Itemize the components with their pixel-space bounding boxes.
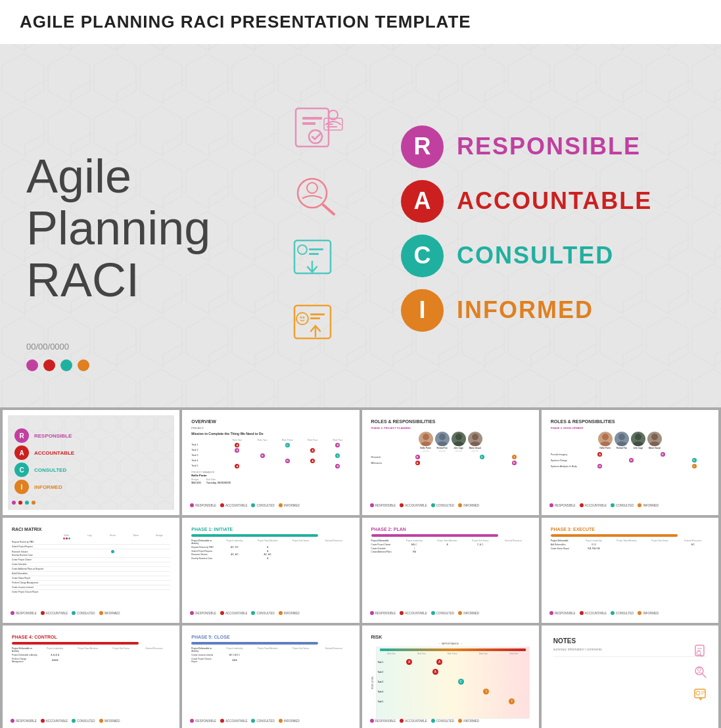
- thumbnail-matrix[interactable]: RACI MATRIX Nellie Luigi Renee Elaine Ge…: [3, 518, 179, 623]
- raci-row-a: A ACCOUNTABLE: [401, 180, 701, 223]
- overview-footer: RESPONSIBLE ACCOUNTABLE CONSULTED INFORM…: [190, 503, 351, 507]
- matrix-footer: RESPONSIBLE ACCOUNTABLE CONSULTED INFORM…: [11, 611, 172, 615]
- svg-point-30: [421, 442, 431, 446]
- raci-row-i: I INFORMED: [401, 289, 701, 332]
- roles2-avatars: Nellie Porter Richard Fan John Cage: [551, 432, 709, 449]
- svg-point-32: [437, 442, 448, 446]
- notes-icon-card: [693, 686, 708, 703]
- dot-accountable: [43, 359, 55, 371]
- thumbnail-roles-2[interactable]: ROLES & RESPONSIBILITIES PHASE 2: DEVELO…: [542, 410, 718, 515]
- svg-point-41: [635, 434, 641, 440]
- overview-pm-name: Nellie Porter: [191, 474, 350, 477]
- thumbnail-roles-1[interactable]: ROLES & RESPONSIBILITIES PHASE 2: PROJEC…: [362, 410, 539, 515]
- notes-divider: [553, 656, 707, 657]
- avatar-2: [435, 432, 450, 446]
- thumb-circle-r: R: [14, 428, 29, 443]
- svg-point-42: [633, 442, 643, 446]
- main-content-area: AgilePlanningRACI: [0, 49, 721, 407]
- phase4-rows: Project Deliverable or Activity A, A, A,…: [12, 654, 170, 663]
- thumb-circle-i: I: [14, 480, 29, 494]
- svg-point-16: [298, 245, 307, 254]
- notes-icons: [693, 644, 708, 703]
- phase3-bar: [551, 534, 678, 537]
- phase3-rows: Add Deliverables I/I, I/I A/C Create Sta…: [551, 543, 709, 550]
- document-icon-pink: [286, 105, 345, 160]
- left-section: AgilePlanningRACI: [0, 131, 250, 327]
- svg-rect-25: [310, 317, 320, 319]
- risk-footer: RESPONSIBLE ACCOUNTABLE CONSULTED INFORM…: [370, 719, 531, 723]
- dot-consulted: [60, 359, 72, 371]
- slide-date: 00/00/0000: [26, 342, 69, 352]
- thumb-circle-a: A: [14, 445, 29, 460]
- raci-circle-c: C: [401, 235, 444, 277]
- raci-row-r: R RESPONSIBLE: [401, 125, 701, 168]
- dot-informed: [78, 359, 89, 371]
- roles1-title: ROLES & RESPONSIBILITIES: [371, 419, 530, 424]
- svg-point-43: [651, 434, 658, 440]
- phase3-title: PHASE 3: EXECUTE: [551, 527, 709, 532]
- svg-point-35: [472, 434, 478, 440]
- phase2-title: PHASE 2: PLAN: [371, 527, 530, 532]
- svg-point-40: [616, 442, 627, 446]
- phase2-rows: Create Project Charter A/A, C A C, A, C …: [371, 543, 530, 553]
- svg-rect-6: [302, 122, 315, 125]
- svg-point-21: [296, 313, 308, 325]
- avatar-r2-1: [598, 432, 613, 446]
- overview-end-value: Tuesday, 00/00/0000: [206, 481, 231, 484]
- main-slide: AGILE PLANNING RACI PRESENTATION TEMPLAT…: [0, 0, 721, 407]
- raci-label-consulted: CONSULTED: [457, 242, 614, 269]
- svg-rect-17: [309, 248, 323, 250]
- card-upload-icon: [288, 300, 344, 352]
- thumb-raci-item-a: A ACCOUNTABLE: [14, 445, 168, 460]
- risk-level-label: RISK LEVEL: [371, 676, 374, 689]
- card-download-icon: [288, 235, 344, 287]
- svg-rect-20: [294, 306, 331, 338]
- thumbnail-slide-1[interactable]: R RESPONSIBLE A ACCOUNTABLE C CONSULTED …: [3, 410, 179, 515]
- svg-point-22: [300, 316, 302, 318]
- overview-project-name: Mission to Complete the Thing We Need to…: [191, 432, 350, 436]
- avatar-r2-3: [631, 432, 645, 446]
- raci-label-accountable: ACCOUNTABLE: [457, 187, 652, 215]
- thumbnail-overview[interactable]: OVERVIEW PROJECT Mission to Complete the…: [182, 410, 359, 515]
- thumbnail-phase5[interactable]: PHASE 5: CLOSE Project Deliverable or Ac…: [182, 626, 359, 728]
- overview-project-label: PROJECT: [191, 426, 350, 430]
- notes-icon-search: [693, 665, 708, 682]
- phase4-footer: RESPONSIBLE ACCOUNTABLE CONSULTED INFORM…: [11, 719, 172, 723]
- thumbnail-risk[interactable]: RISK ← IMPORTANCE → RISK LEVEL Role One …: [362, 626, 539, 728]
- raci-label-informed: INFORMED: [457, 296, 593, 324]
- thumb-raci-item-r: R RESPONSIBLE: [14, 428, 168, 443]
- thumbnail-phase4[interactable]: PHASE 4: CONTROL Project Deliverable or …: [3, 626, 179, 728]
- svg-rect-5: [302, 117, 322, 120]
- svg-point-7: [309, 130, 322, 143]
- phase5-rows: Create Lessons Learned A E C A E C Creat…: [191, 654, 350, 663]
- phase4-bar: [12, 642, 139, 645]
- raci-circle-i: I: [401, 289, 444, 332]
- thumbnail-phase1[interactable]: PHASE 1: INITIATE Project Deliverable or…: [182, 518, 359, 623]
- risk-importance-label: ← IMPORTANCE →: [371, 642, 530, 645]
- phase1-footer: RESPONSIBLE ACCOUNTABLE CONSULTED INFORM…: [190, 611, 351, 615]
- main-title: AGILE PLANNING RACI PRESENTATION TEMPLAT…: [20, 12, 701, 32]
- svg-rect-18: [309, 253, 319, 255]
- phase2-footer: RESPONSIBLE ACCOUNTABLE CONSULTED INFORM…: [370, 611, 531, 615]
- title-bar: AGILE PLANNING RACI PRESENTATION TEMPLAT…: [0, 0, 721, 44]
- avatar-r2-2: [615, 432, 629, 446]
- svg-line-52: [703, 674, 706, 677]
- svg-point-36: [470, 442, 480, 446]
- thumbnail-phase2[interactable]: PHASE 2: PLAN Project Deliverable Projec…: [362, 518, 539, 623]
- search-person-icon: [289, 173, 342, 222]
- thumb-dots: [12, 501, 35, 505]
- agile-title: AgilePlanningRACI: [26, 150, 223, 307]
- phase5-footer: RESPONSIBLE ACCOUNTABLE CONSULTED INFORM…: [190, 719, 351, 723]
- svg-point-44: [649, 442, 660, 446]
- thumb-label-r: RESPONSIBLE: [34, 433, 72, 439]
- svg-point-13: [307, 183, 317, 193]
- thumbnail-phase3[interactable]: PHASE 3: EXECUTE Project Deliverable Pro…: [542, 518, 718, 623]
- roles1-rows: Research R C I Milestones A R: [371, 455, 530, 465]
- center-icons: [250, 92, 381, 365]
- svg-point-33: [455, 434, 462, 440]
- thumbnail-notes[interactable]: NOTES summary information / comments: [542, 626, 718, 728]
- svg-point-38: [600, 442, 611, 446]
- phase2-bar: [371, 534, 498, 537]
- avatar-4: [468, 432, 482, 446]
- overview-budget-value: $82,500: [191, 481, 200, 484]
